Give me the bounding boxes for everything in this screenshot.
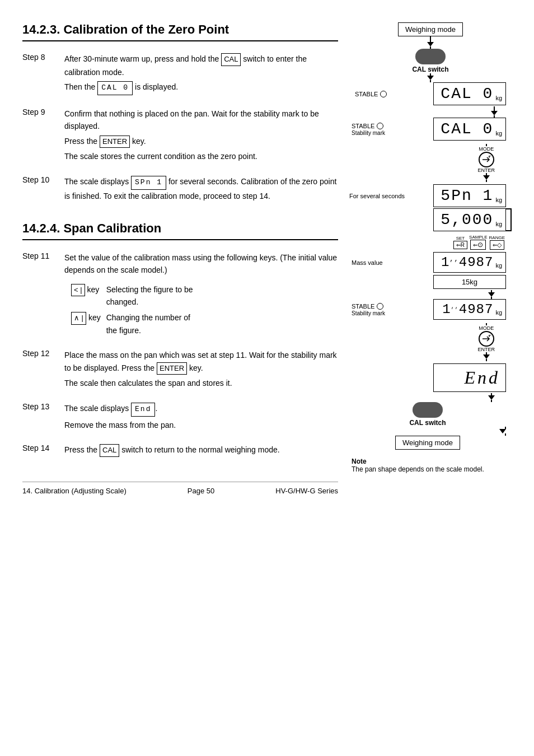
sample-arrow: ⇐ [473,242,477,248]
step-9-text2: Press the ENTER key. [64,135,338,148]
ssr-buttons: SET ⇐R SAMPLE ⇐⊙ RANGE ⇐◇ [453,235,505,250]
weighing-mode-bottom-box: Weighing mode [395,436,460,450]
spn1-display-row: For several seconds 5Pn 1 kg [349,184,512,207]
end-text: End [464,367,500,388]
vline-9-wrapper [349,393,512,402]
kg-label-3: kg [495,197,502,203]
step-9-text3: The scale stores the current condition a… [64,150,338,162]
step-13-label: Step 13 [22,402,64,433]
end-display-inline: End [131,403,155,417]
spn1-diag-display: 5Pn 1 kg [433,184,506,207]
step-12-text1: Place the mass on the pan which was set … [64,349,338,375]
cal-switch-bottom-group: CAL switch [409,402,446,427]
set-r: R [461,242,465,248]
vline-10b [505,433,506,436]
set-btn-group: SET ⇐R [453,236,467,249]
step-8: Step 8 After 30-minute warm up, press an… [22,53,338,97]
cal0-diag-display-2: CAL 0 kg [433,118,506,141]
cal0-stable-row: STABLE Stability mark CAL 0 kg [349,118,512,141]
step-8-text2: Then the CAL 0 is displayed. [64,81,338,95]
stability-mark-label-1: Stability mark [352,130,385,136]
step-10-text: The scale displays SPn 1 for several sec… [64,175,338,202]
vline-5b [486,180,487,182]
mode-label-2: MODE [479,325,494,331]
mass-stable-text: 1,,4987 [442,302,493,317]
range-btn: ⇐◇ [490,240,504,250]
stable-aside-2: STABLE Stability mark [352,123,385,136]
less-key-desc: Selecting the figure to bechanged. [106,282,198,310]
mass-diag-display: 1,,4987 kg [433,252,506,273]
kg-label-5: kg [495,262,502,269]
cal-key-1: CAL [221,53,241,66]
note-box: Note The pan shape depends on the scale … [349,458,512,473]
spn1-text: 5Pn 1 [441,187,493,204]
mass-text: 1,,4987 [441,255,493,270]
step-9-text1: Confirm that nothing is placed on the pa… [64,108,338,133]
enter-key-1: ENTER [100,136,130,148]
cal0-display: CAL 0 [97,81,133,95]
5000-text: 5,000 [441,211,493,228]
mass-value-label: Mass value [352,259,383,266]
end-row: End [349,363,512,392]
step-12: Step 12 Place the mass on the pan which … [22,349,338,391]
step-13-content: The scale displays End. Remove the mass … [64,402,338,433]
kg-label-2: kg [495,130,502,137]
stability-mark-label-2: Stability mark [352,310,385,316]
mode-enter-inner-2: MODE ENTER [477,323,495,361]
stable-label-2: STABLE [352,123,374,129]
enter-label: ENTER [477,167,495,173]
mode-label: MODE [479,146,494,152]
arrow-5 [488,292,495,297]
section-title-2: 14.2.4. Span Calibration [22,221,338,240]
range-diamond: ◇ [497,241,502,249]
step-8-label: Step 8 [22,53,64,97]
step-11-content: Set the value of the calibration mass us… [64,251,338,339]
circle-2 [377,123,383,129]
vline-3-wrapper [349,106,512,118]
step-11-text1: Set the value of the calibration mass us… [64,251,338,277]
diagram: Weighing mode CAL switch STABLE CAL 0 kg [349,17,512,495]
arrow-3 [491,111,498,115]
step-8-text1: After 30-minute warm up, press and hold … [64,53,338,78]
vline-6 [488,290,495,299]
arrow-1 [427,42,434,46]
step-9-content: Confirm that nothing is placed on the pa… [64,108,338,165]
cal-switch-top-oval [415,49,446,64]
stable-aside-1: STABLE [355,91,388,97]
enter-label-2: ENTER [477,347,495,352]
vline-9 [488,393,495,402]
vline-3a [494,106,495,111]
right-bracket-1 [506,208,512,231]
for-several-label: For several seconds [349,193,405,199]
note-title: Note [352,458,512,465]
arrow-8 [499,429,506,433]
step-9: Step 9 Confirm that nothing is placed on… [22,108,338,165]
cal-switch-top-label: CAL switch [412,66,448,73]
cal0-text-2: CAL 0 [441,120,493,138]
cal0-display-row: STABLE CAL 0 kg [349,82,512,105]
arrow-7 [488,395,495,400]
step-14-text: Press the CAL switch to return to the no… [64,444,338,457]
step-14-label: Step 14 [22,444,64,459]
set-arrow: ⇐ [456,242,461,248]
step-8-content: After 30-minute warm up, press and hold … [64,53,338,97]
wedge-key-desc: Changing the number ofthe figure. [106,310,198,338]
mode-enter-group: MODE ENTER [349,144,512,182]
stable-label-1: STABLE [355,91,378,97]
kg-label-4: kg [495,221,502,227]
enter-arrow-icon [481,156,491,164]
vline-1 [430,36,431,42]
stable-label-3: STABLE [352,303,374,310]
sample-circle: ⊙ [477,241,483,249]
stable-row-inner: STABLE [352,123,385,129]
cal-key-2: CAL [100,444,119,457]
range-arrow: ⇐ [493,242,497,248]
kg-label-6: kg [495,309,502,316]
vline-9b [491,400,492,402]
cal-switch-bottom-oval [413,402,443,418]
mode-enter-circle-2 [479,331,494,347]
cal-switch-bottom-label: CAL switch [409,419,446,427]
mass-stable-row: STABLE Stability mark 1,,4987 kg [349,299,512,320]
sample-btn-group: SAMPLE ⇐⊙ [469,235,487,250]
15kg-box: 15kg [433,275,506,289]
